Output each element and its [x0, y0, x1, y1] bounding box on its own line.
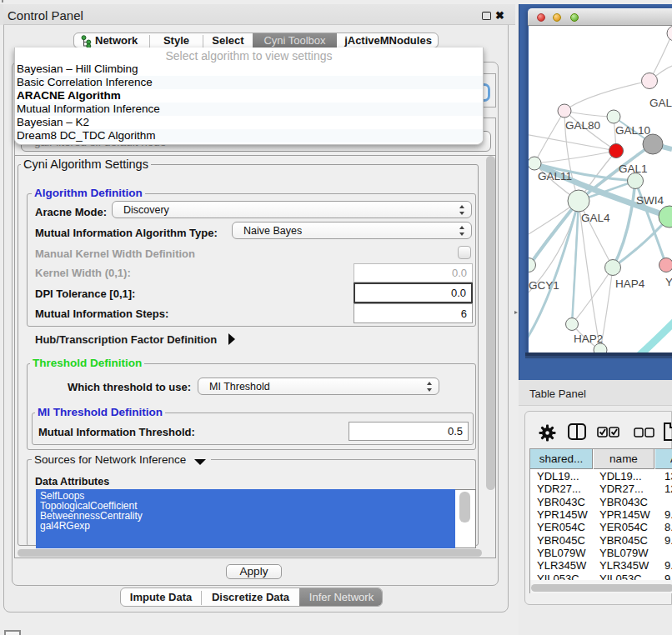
svg-text:GAL7: GAL7	[649, 97, 672, 109]
svg-text:HAP4: HAP4	[615, 278, 645, 290]
svg-text:GAL4: GAL4	[581, 212, 610, 224]
svg-text:GCY1: GCY1	[529, 279, 559, 292]
svg-text:GAL11: GAL11	[538, 170, 572, 182]
svg-text:HAP2: HAP2	[574, 332, 603, 345]
svg-text:GAL1: GAL1	[619, 162, 648, 175]
svg-text:Y: Y	[665, 276, 672, 288]
svg-text:SWI4: SWI4	[636, 194, 664, 207]
svg-text:GAL80: GAL80	[565, 119, 600, 132]
svg-text:GAL10: GAL10	[615, 124, 650, 137]
